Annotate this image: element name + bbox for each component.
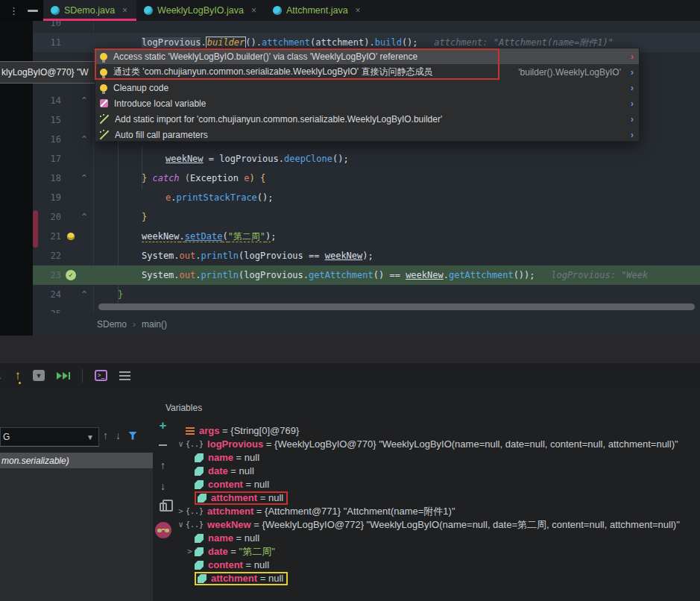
selected-stack-frame[interactable]: mon.serializable) [0,453,153,468]
code-token: . [370,37,375,48]
code-line-18[interactable]: 18^} catch (Exception e) { [33,169,700,188]
close-icon[interactable]: × [251,5,256,16]
intention-item[interactable]: Add static import for 'com.chujianyun.co… [95,111,639,127]
step-into-icon[interactable]: ↓ [0,368,3,383]
frame-up-icon[interactable]: ↑ [103,429,108,441]
intention-item[interactable]: Auto fill call parameters› [95,127,639,142]
close-icon[interactable]: × [122,5,127,16]
submenu-arrow-icon[interactable]: › [631,114,634,125]
code-token: printStackTrace [176,192,256,203]
code-line-19[interactable]: 19e.printStackTrace(); [33,188,700,207]
tab-Attchment.java[interactable]: Attchment.java× [265,0,370,21]
code-line-23[interactable]: 23✓System.out.println(logProvious.getAtt… [33,265,700,285]
layout-settings-icon[interactable] [119,371,130,380]
variable-row-weekNew[interactable]: ∨{..}weekNew = {WeeklyLogByIO@772} "Week… [173,518,700,532]
move-down-icon[interactable]: ↓ [160,480,165,492]
code-token: getAttchment [309,270,373,280]
submenu-arrow-icon[interactable]: › [631,98,634,109]
variable-row-attchment[interactable]: attchment = null [173,491,700,505]
expand-icon[interactable]: > [185,545,195,558]
submenu-arrow-icon[interactable]: › [631,130,634,140]
fold-arrow-icon[interactable]: ^ [82,285,86,304]
code-token: getAttchment [449,270,514,280]
debug-panel: Variables G ▼ ↑ ↓ mon.serializable) + ↑ … [0,388,700,601]
frames-list[interactable] [0,468,153,601]
thread-combobox-text: G [3,432,10,442]
variable-row-logProvious[interactable]: ∨{..}logProvious = {WeeklyLogByIO@770} "… [173,438,700,451]
code-text: System.out.println(logProvious == weekNe… [142,246,373,265]
fold-arrow-icon[interactable]: ^ [82,169,86,188]
fold-arrow-icon[interactable]: ^ [82,91,86,110]
variable-row-name[interactable]: name = null [173,451,700,465]
frame-down-icon[interactable]: ↓ [116,429,121,441]
breadcrumb-method[interactable]: main() [142,319,167,330]
variable-content: {..}logProvious = {WeeklyLogByIO@770} "W… [186,438,678,451]
code-line-21[interactable]: 21weekNew.setDate("第二周"); [33,227,700,246]
tab-WeeklyLogByIO.java[interactable]: WeeklyLogByIO.java× [136,0,265,21]
code-line-20[interactable]: 20^} [33,207,700,227]
fold-arrow-icon[interactable]: ^ [82,207,86,227]
collapse-icon[interactable]: ∨ [176,518,186,532]
minimize-icon[interactable] [28,10,38,12]
code-token: setDate [185,231,223,242]
submenu-arrow-icon[interactable]: › [631,83,634,93]
intention-item[interactable]: Introduce local variable› [95,95,639,111]
gutter-bulb-icon[interactable] [67,233,75,240]
submenu-arrow-icon[interactable]: › [631,51,634,62]
variable-name: name [208,532,233,545]
intention-item[interactable]: Cleanup code› [95,80,639,95]
move-up-icon[interactable]: ↑ [160,459,165,471]
copy-icon[interactable] [160,503,167,512]
variable-row-attchment[interactable]: >{..}attchment = {Attchment@771} "Attchm… [173,505,700,518]
tab-label: SDemo.java [64,5,115,16]
code-line-10[interactable]: 10 [33,21,700,33]
submenu-arrow-icon[interactable]: › [631,67,634,78]
wand-icon [100,130,109,139]
step-out-icon[interactable]: ↑ [15,368,22,383]
code-text: e.printStackTrace(); [165,188,274,207]
variable-row-content[interactable]: content = null [173,558,700,572]
variable-row-date[interactable]: >date = "第二周" [173,545,700,558]
code-line-17[interactable]: 17weekNew = logProvious.deepClone(); [33,149,700,169]
variable-value: {WeeklyLogByIO@770} "WeeklyLogByIO(name=… [274,438,678,451]
code-line-24[interactable]: 24^} [33,285,700,304]
kebab-menu-icon[interactable]: ⋮ [9,5,19,16]
collapse-icon[interactable]: ∨ [176,438,186,451]
code-token: weekNew [325,251,363,261]
tab-SDemo.java[interactable]: SDemo.java× [43,0,136,21]
equals-sign: = [233,532,245,545]
equals-sign: = [257,491,268,505]
code-token: System [142,251,174,261]
code-token: (); [332,154,349,164]
code-line-22[interactable]: 22System.out.println(logProvious == week… [33,246,700,265]
fold-arrow-icon[interactable]: ^ [82,130,86,149]
glasses-icon[interactable] [155,522,171,538]
console-icon[interactable]: >_ [95,370,107,381]
variable-string-value: "第二周" [239,545,275,558]
code-token: logProvious [244,251,309,261]
code-token: . [174,270,179,280]
variable-name: attchment [211,491,257,505]
filter-funnel-icon[interactable] [128,432,137,440]
add-watch-icon[interactable]: + [160,421,167,431]
tab-bar-corner: ⋮ [0,0,43,21]
force-step-icon[interactable]: ▼ [33,370,45,381]
variable-row-name[interactable]: name = null [173,532,700,545]
horizontal-scrollbar[interactable] [98,303,695,310]
execution-point-icon[interactable]: ✓ [66,270,76,280]
remove-watch-icon[interactable] [159,444,167,446]
line-number: 21 [40,227,61,246]
close-icon[interactable]: × [356,5,361,16]
field-tag-icon [198,494,206,503]
variable-row-args[interactable]: args = {String[0]@769} [173,424,700,438]
tab-label: WeeklyLogByIO.java [157,5,244,16]
code-token: out [180,270,196,280]
expand-icon[interactable]: > [176,505,186,518]
variable-row-content[interactable]: content = null [173,478,700,491]
variable-row-date[interactable]: date = null [173,465,700,478]
code-token: = [204,154,220,164]
variable-row-attchment[interactable]: attchment = null [173,572,700,585]
breadcrumb-class[interactable]: SDemo [97,319,127,330]
thread-combobox[interactable]: G ▼ [0,427,99,447]
run-to-cursor-icon[interactable] [57,372,70,380]
